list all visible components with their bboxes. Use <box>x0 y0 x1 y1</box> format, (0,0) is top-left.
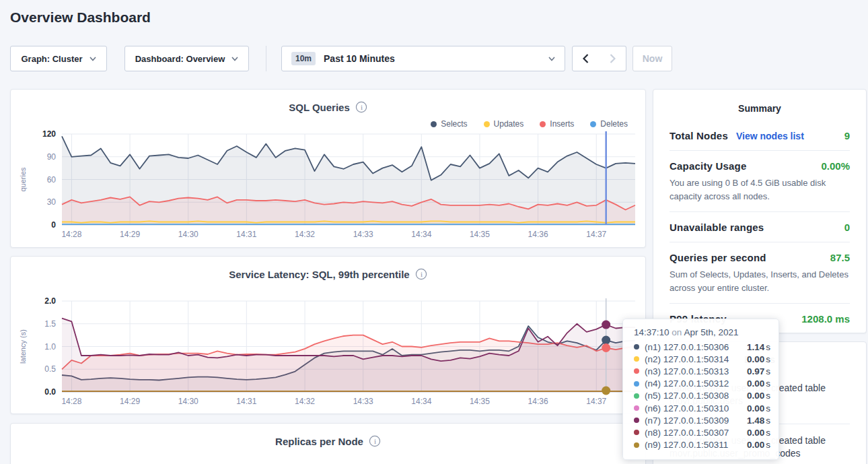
chevron-down-icon <box>231 57 238 61</box>
svg-text:14:28: 14:28 <box>61 230 81 239</box>
summary-row-capacity: Capacity Usage 0.00% You are using 0 B o… <box>670 151 850 212</box>
summary-row-unavailable: Unavailable ranges 0 <box>670 212 850 242</box>
time-forward-button[interactable] <box>599 46 626 71</box>
svg-text:30: 30 <box>47 197 57 207</box>
svg-text:0.0: 0.0 <box>44 387 56 397</box>
sql-queries-chart[interactable]: 030609012014:2814:2914:3014:3114:3214:33… <box>16 129 641 243</box>
time-range-badge: 10m <box>291 52 316 65</box>
dashboard-dropdown[interactable]: Dashboard: Overview <box>124 46 249 71</box>
chevron-down-icon <box>548 57 555 61</box>
svg-text:i: i <box>421 270 423 278</box>
legend-item-deletes[interactable]: Deletes <box>590 119 628 129</box>
svg-text:14:36: 14:36 <box>528 230 548 239</box>
chevron-left-icon <box>583 54 589 63</box>
qps-caption: Sum of Selects, Updates, Inserts, and De… <box>670 268 850 294</box>
legend-item-inserts[interactable]: Inserts <box>540 119 574 129</box>
graph-dropdown[interactable]: Graph: Cluster <box>10 46 107 71</box>
service-latency-title: Service Latency: SQL, 99th percentile <box>229 269 409 280</box>
tooltip-node-row: (n7) 127.0.0.1:503091.48s <box>634 414 769 426</box>
summary-panel: Summary Total Nodes View nodes list 9 Ca… <box>653 89 867 333</box>
sql-queries-legend: Selects Updates Inserts Deletes <box>431 119 628 129</box>
service-latency-chart[interactable]: 0.00.51.01.52.014:2814:2914:3014:3114:32… <box>16 296 641 410</box>
legend-item-updates[interactable]: Updates <box>484 119 524 129</box>
chevron-down-icon <box>89 57 96 61</box>
svg-text:2.0: 2.0 <box>44 296 56 306</box>
sql-queries-title: SQL Queries <box>289 102 350 113</box>
svg-text:0.5: 0.5 <box>44 364 56 374</box>
tooltip-node-row: (n9) 127.0.0.1:503110.00s <box>634 439 769 451</box>
svg-text:60: 60 <box>47 175 57 185</box>
svg-text:14:32: 14:32 <box>295 397 315 406</box>
svg-text:14:32: 14:32 <box>295 230 315 239</box>
controls-divider <box>266 46 266 71</box>
svg-text:14:29: 14:29 <box>120 397 140 406</box>
p99-latency-value: 1208.0 ms <box>801 313 850 325</box>
svg-text:i: i <box>361 103 363 111</box>
summary-row-qps: Queries per second 87.5 Sum of Selects, … <box>670 242 850 304</box>
total-nodes-value: 9 <box>844 130 850 141</box>
tooltip-node-row: (n4) 127.0.0.1:503120.00s <box>634 378 769 390</box>
page-title: Overview Dashboard <box>10 9 151 26</box>
view-nodes-list-link[interactable]: View nodes list <box>736 131 836 141</box>
chevron-right-icon <box>610 54 616 63</box>
queries-per-second-value: 87.5 <box>830 252 850 263</box>
node-9-dot <box>634 442 639 448</box>
svg-text:14:33: 14:33 <box>353 397 373 406</box>
svg-text:latency (s): latency (s) <box>19 329 27 364</box>
node-7-dot <box>634 418 639 423</box>
svg-text:14:34: 14:34 <box>411 397 431 406</box>
tooltip-timestamp: 14:37:10 on Apr 5th, 2021 <box>634 327 769 337</box>
svg-text:14:30: 14:30 <box>178 397 198 406</box>
info-icon[interactable]: i <box>355 101 367 113</box>
svg-text:14:33: 14:33 <box>353 230 373 239</box>
summary-row-total-nodes: Total Nodes View nodes list 9 <box>670 121 850 151</box>
info-icon[interactable]: i <box>415 268 427 280</box>
svg-text:i: i <box>374 437 376 445</box>
svg-text:14:36: 14:36 <box>528 397 548 406</box>
now-button[interactable]: Now <box>632 46 672 71</box>
svg-text:14:35: 14:35 <box>470 397 490 406</box>
tooltip-node-row: (n1) 127.0.0.1:503061.14s <box>634 341 769 353</box>
inserts-dot <box>540 121 546 127</box>
tooltip-node-row: (n2) 127.0.0.1:503140.00s <box>634 353 769 365</box>
tooltip-node-row: (n3) 127.0.0.1:503130.97s <box>634 365 769 377</box>
svg-text:1.5: 1.5 <box>44 319 56 329</box>
capacity-usage-value: 0.00% <box>821 160 850 172</box>
svg-text:14:31: 14:31 <box>236 397 256 406</box>
graph-dropdown-label: Graph: Cluster <box>21 54 82 64</box>
tooltip-node-row: (n5) 127.0.0.1:503080.00s <box>634 390 769 402</box>
tooltip-node-row: (n6) 127.0.0.1:503100.00s <box>634 402 769 414</box>
svg-text:14:28: 14:28 <box>61 397 81 406</box>
dashboard-dropdown-label: Dashboard: Overview <box>135 54 225 64</box>
node-5-dot <box>634 393 639 399</box>
svg-text:14:37: 14:37 <box>586 230 606 239</box>
node-2-dot <box>634 356 639 362</box>
deletes-dot <box>590 121 596 127</box>
svg-text:14:34: 14:34 <box>411 230 431 239</box>
node-3-dot <box>634 368 639 374</box>
node-1-dot <box>634 344 639 350</box>
tooltip-node-row: (n8) 127.0.0.1:503070.00s <box>634 426 769 438</box>
time-back-button[interactable] <box>572 46 600 71</box>
summary-title: Summary <box>670 103 850 114</box>
replicas-per-node-title: Replicas per Node <box>275 436 363 447</box>
unavailable-ranges-value: 0 <box>844 222 850 233</box>
time-range-selector[interactable]: 10m Past 10 Minutes <box>281 46 565 71</box>
svg-text:14:30: 14:30 <box>178 230 198 239</box>
time-range-label: Past 10 Minutes <box>324 53 540 64</box>
svg-text:14:29: 14:29 <box>120 230 140 239</box>
node-6-dot <box>634 405 639 411</box>
sql-queries-panel: SQL Queries i Selects Updates Inserts De… <box>10 89 646 248</box>
svg-text:14:31: 14:31 <box>236 230 256 239</box>
node-8-dot <box>634 430 639 435</box>
node-4-dot <box>634 381 639 387</box>
capacity-usage-caption: You are using 0 B of 4.5 GiB usable disk… <box>670 176 850 203</box>
svg-text:0: 0 <box>51 220 56 230</box>
svg-text:14:37: 14:37 <box>586 397 606 406</box>
info-icon[interactable]: i <box>369 435 381 447</box>
service-latency-panel: Service Latency: SQL, 99th percentile i … <box>10 256 646 414</box>
legend-item-selects[interactable]: Selects <box>431 119 467 129</box>
svg-text:120: 120 <box>42 129 56 139</box>
svg-text:queries: queries <box>19 167 27 192</box>
replicas-per-node-panel: Replicas per Node i <box>10 423 646 464</box>
